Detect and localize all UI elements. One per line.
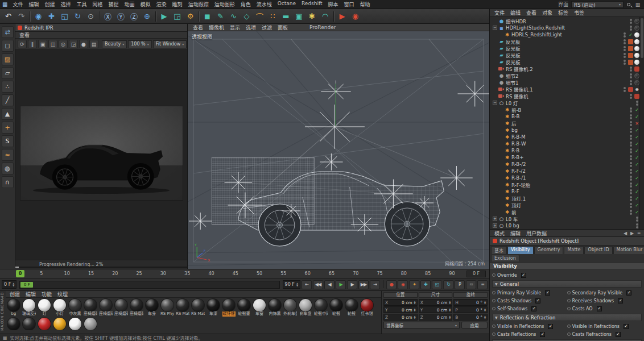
parameter-checkbox[interactable]: ✓	[597, 306, 602, 311]
expand-toggle-icon[interactable]	[493, 80, 497, 85]
parameter-cell[interactable]: Casts Shadows ✓	[492, 298, 567, 303]
keyframe-dot-icon[interactable]	[567, 307, 571, 310]
redo-icon[interactable]: ↷	[15, 10, 28, 23]
viewport-menu-item[interactable]: 选项	[243, 24, 259, 31]
keyframe-dot-icon[interactable]	[492, 307, 496, 310]
parameter-cell[interactable]: Visible in Refractions ✓	[567, 324, 642, 329]
material-sphere[interactable]	[69, 299, 81, 311]
coord-column-header[interactable]: 旋转	[453, 292, 488, 298]
material-item[interactable]: 内饰黑	[268, 299, 282, 317]
object-row[interactable]: R-B	[492, 147, 639, 154]
material-item[interactable]: bg	[7, 299, 20, 317]
visibility-dots-icon[interactable]	[624, 53, 626, 58]
visibility-dots-icon[interactable]	[630, 189, 632, 194]
material-sphere[interactable]	[38, 299, 51, 311]
object-tag-icon[interactable]	[628, 46, 633, 51]
aov-preview-icon[interactable]: ▤	[89, 40, 98, 48]
visibility-dots-icon[interactable]	[630, 182, 632, 188]
material-sphere[interactable]	[238, 299, 250, 311]
material-menu-item[interactable]: 纹理	[55, 291, 71, 298]
material-sphere[interactable]	[299, 299, 312, 311]
model-mode-icon[interactable]: ◻	[2, 40, 14, 52]
floor-icon[interactable]: ▬	[279, 10, 292, 23]
keyframe-dot-icon[interactable]	[567, 325, 571, 328]
subdivision-surface-icon[interactable]: ◇	[240, 10, 253, 23]
expand-toggle-icon[interactable]	[498, 128, 503, 132]
material-item[interactable]	[22, 318, 36, 330]
prorender-menu[interactable]: ProRender	[307, 24, 338, 30]
object-row[interactable]: HDRLightStudio.Redshift	[492, 24, 639, 31]
visibility-dots-icon[interactable]	[630, 26, 632, 31]
object-tag-icon[interactable]	[634, 66, 639, 72]
redshift-ipr-icon[interactable]: ◉	[349, 10, 362, 23]
object-tag-icon[interactable]	[634, 32, 639, 38]
object-row[interactable]: 反光板	[492, 45, 639, 52]
object-row[interactable]: 反光板	[492, 38, 639, 45]
object-row[interactable]: R-B-M	[492, 134, 639, 140]
visibility-dots-icon[interactable]	[630, 196, 632, 201]
live-selection-icon[interactable]: ◉	[32, 10, 45, 23]
object-row[interactable]: L0 灯	[492, 99, 639, 106]
coordinate-field[interactable]: Y0 cm▲▼	[383, 306, 418, 313]
menu-item[interactable]: 运动图形	[212, 1, 238, 8]
object-manager-menu-item[interactable]: 书签	[571, 9, 587, 16]
object-row[interactable]: 反光板	[492, 52, 639, 59]
material-sphere[interactable]	[53, 299, 66, 311]
play-button[interactable]: ▶	[336, 280, 346, 289]
material-item[interactable]: 外刹车盘	[283, 299, 297, 317]
material-item[interactable]: 座椅磨砂	[84, 299, 97, 317]
next-frame-button[interactable]: ▶	[347, 280, 357, 289]
object-tag-icon[interactable]	[628, 87, 633, 92]
object-tag-icon[interactable]	[634, 182, 639, 188]
rotate-tool-icon[interactable]: ↻	[71, 10, 84, 23]
parameter-cell[interactable]: Casts Reflections ✓	[492, 332, 567, 337]
keyframe-dot-icon[interactable]	[492, 291, 496, 294]
attribute-tab[interactable]: Motion Blur	[613, 246, 644, 254]
record-pla-button[interactable]: ≈	[466, 280, 476, 289]
material-item[interactable]: RS Phys	[160, 299, 174, 317]
override-checkbox[interactable]: ✓	[521, 273, 526, 278]
add-cube-icon[interactable]: ◼	[201, 10, 214, 23]
object-row[interactable]: R-B-/1	[492, 174, 639, 181]
material-sphere[interactable]	[130, 299, 143, 311]
visibility-dots-icon[interactable]	[636, 223, 638, 228]
timeline-slider[interactable]: 0 F	[19, 281, 279, 289]
menu-item[interactable]: 工具	[74, 1, 90, 8]
goto-start-button[interactable]: ⇤	[302, 280, 312, 289]
visibility-dots-icon[interactable]	[630, 203, 632, 208]
ipr-menu-item[interactable]: 查看	[16, 31, 32, 39]
record-parameter-button[interactable]: P	[455, 280, 465, 289]
material-sphere[interactable]	[222, 299, 235, 311]
visibility-dots-icon[interactable]	[624, 46, 626, 51]
object-row[interactable]: B-B	[492, 113, 639, 120]
object-row[interactable]: 细节2	[492, 72, 639, 79]
move-tool-icon[interactable]: ✚	[45, 10, 58, 23]
visibility-dots-icon[interactable]	[630, 162, 632, 167]
material-item[interactable]: 灯	[38, 299, 51, 317]
material-sphere[interactable]	[192, 299, 204, 311]
expand-toggle-icon[interactable]	[498, 176, 503, 180]
scale-tool-icon[interactable]: ◱	[58, 10, 71, 23]
visibility-dots-icon[interactable]	[630, 155, 632, 160]
menu-item[interactable]: 动画	[122, 1, 138, 8]
keyframe-dot-icon[interactable]	[567, 332, 571, 336]
expand-toggle-icon[interactable]	[493, 217, 497, 221]
material-sphere[interactable]	[84, 318, 97, 330]
coordinate-field[interactable]: Z0 cm▲▼	[383, 314, 418, 321]
material-sphere[interactable]	[100, 299, 112, 311]
points-mode-icon[interactable]: ∴	[2, 81, 14, 93]
object-tag-icon[interactable]	[634, 53, 639, 58]
expand-toggle-icon[interactable]	[498, 189, 503, 194]
keyframe-dot-icon[interactable]	[567, 291, 571, 294]
restart-render-icon[interactable]: ⟳	[18, 40, 27, 48]
material-sphere[interactable]	[69, 318, 81, 330]
object-row[interactable]: RS 摄像机.1	[492, 86, 639, 93]
object-row[interactable]: HDRLS_RedshiftLight	[492, 31, 639, 38]
material-sphere[interactable]	[84, 299, 97, 311]
object-tag-icon[interactable]	[634, 26, 639, 31]
pause-render-icon[interactable]: ‖	[28, 40, 37, 48]
material-sphere[interactable]	[23, 299, 35, 311]
object-tag-icon[interactable]	[634, 210, 639, 215]
attribute-menu-item[interactable]: 用户数据	[523, 230, 550, 237]
visibility-dots-icon[interactable]	[630, 210, 632, 215]
